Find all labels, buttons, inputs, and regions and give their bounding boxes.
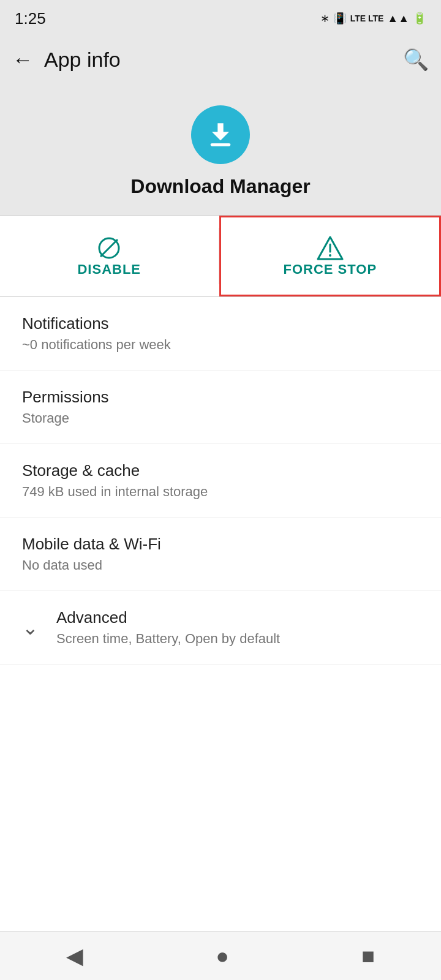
notifications-subtitle: ~0 notifications per week — [22, 337, 171, 353]
status-bar: 1:25 ∗ 📳 LTE LTE ▲▲ 🔋 — [0, 0, 441, 32]
advanced-subtitle: Screen time, Battery, Open by default — [56, 631, 280, 647]
app-header: Download Manager — [0, 87, 441, 215]
mobile-data-title: Mobile data & Wi-Fi — [22, 535, 161, 554]
permissions-text: Permissions Storage — [22, 388, 109, 426]
bottom-nav: ◀ ● ■ — [0, 931, 441, 980]
nav-recent-button[interactable]: ■ — [361, 943, 375, 969]
mobile-data-item[interactable]: Mobile data & Wi-Fi No data used — [0, 518, 441, 591]
advanced-text: Advanced Screen time, Battery, Open by d… — [56, 608, 280, 647]
status-time: 1:25 — [15, 9, 46, 28]
settings-list: Notifications ~0 notifications per week … — [0, 297, 441, 931]
notifications-title: Notifications — [22, 314, 171, 333]
disable-label: DISABLE — [77, 262, 141, 277]
warning-icon — [317, 235, 344, 262]
permissions-item[interactable]: Permissions Storage — [0, 371, 441, 444]
top-bar-left: ← App info — [12, 48, 121, 72]
battery-icon: 🔋 — [413, 12, 426, 25]
chevron-down-icon: ⌄ — [22, 616, 39, 639]
page-title: App info — [44, 48, 121, 72]
app-icon — [191, 105, 250, 164]
app-name: Download Manager — [130, 175, 310, 198]
storage-subtitle: 749 kB used in internal storage — [22, 484, 208, 500]
svg-line-2 — [100, 239, 118, 257]
advanced-item[interactable]: ⌄ Advanced Screen time, Battery, Open by… — [0, 591, 441, 665]
download-icon — [203, 118, 238, 152]
back-button[interactable]: ← — [12, 48, 33, 72]
nav-home-button[interactable]: ● — [216, 943, 229, 969]
force-stop-button[interactable]: FORCE STOP — [219, 216, 442, 296]
disable-icon — [96, 235, 123, 262]
status-icons: ∗ 📳 LTE LTE ▲▲ 🔋 — [320, 12, 426, 25]
search-button[interactable]: 🔍 — [403, 47, 429, 72]
mobile-data-subtitle: No data used — [22, 557, 161, 573]
nav-back-button[interactable]: ◀ — [66, 943, 83, 969]
bluetooth-icon: ∗ — [320, 12, 330, 25]
lte-icon: LTE LTE — [350, 13, 384, 23]
advanced-title: Advanced — [56, 608, 280, 627]
disable-button[interactable]: DISABLE — [0, 216, 219, 296]
storage-item[interactable]: Storage & cache 749 kB used in internal … — [0, 444, 441, 518]
actions-row: DISABLE FORCE STOP — [0, 216, 441, 296]
top-bar: ← App info 🔍 — [0, 32, 441, 87]
signal-icon: ▲▲ — [387, 12, 409, 25]
storage-title: Storage & cache — [22, 461, 208, 480]
notifications-text: Notifications ~0 notifications per week — [22, 314, 171, 353]
notifications-item[interactable]: Notifications ~0 notifications per week — [0, 297, 441, 371]
permissions-title: Permissions — [22, 388, 109, 407]
svg-point-5 — [329, 254, 331, 257]
svg-rect-0 — [211, 143, 231, 146]
permissions-subtitle: Storage — [22, 410, 109, 426]
vibrate-icon: 📳 — [333, 12, 347, 25]
force-stop-label: FORCE STOP — [283, 262, 377, 277]
storage-text: Storage & cache 749 kB used in internal … — [22, 461, 208, 500]
mobile-data-text: Mobile data & Wi-Fi No data used — [22, 535, 161, 573]
